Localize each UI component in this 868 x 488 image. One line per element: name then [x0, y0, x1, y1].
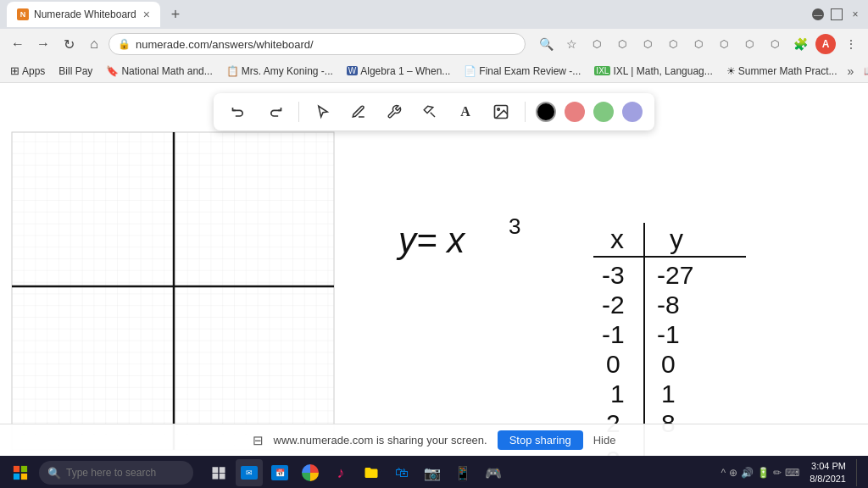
address-bar[interactable]: 🔒 numerade.com/answers/whiteboard/ [108, 33, 526, 55]
tools-button[interactable] [381, 98, 408, 125]
svg-rect-3 [12, 132, 334, 450]
star-icon[interactable]: ☆ [561, 34, 581, 54]
bookmark-algebra-icon: W [347, 66, 358, 75]
redo-button[interactable] [261, 98, 288, 125]
svg-rect-30 [213, 467, 219, 473]
bookmark-summer-math[interactable]: ☀ Summer Math Pract... [723, 64, 841, 79]
svg-rect-33 [220, 474, 225, 480]
taskbar-search-input[interactable] [66, 467, 185, 479]
toolbar-separator-1 [298, 102, 299, 122]
whiteboard-area[interactable]: A y= x 3 x y [0, 83, 868, 456]
clock-date: 8/8/2021 [810, 473, 846, 485]
forward-button[interactable]: → [32, 33, 54, 55]
active-tab[interactable]: N Numerade Whiteboard × [7, 2, 160, 27]
taskbar-mail-app[interactable]: ✉ [236, 459, 263, 486]
ext5-icon[interactable]: ⬡ [688, 34, 709, 54]
svg-rect-31 [220, 467, 225, 473]
taskbar-chrome-app[interactable] [297, 459, 324, 486]
svg-text:-27: -27 [657, 261, 693, 289]
eraser-tool-button[interactable] [416, 98, 443, 125]
notification-bar[interactable] [856, 459, 861, 486]
back-button[interactable]: ← [7, 33, 29, 55]
color-red[interactable] [565, 102, 585, 122]
taskbar-calendar-app[interactable]: 📅 [266, 459, 293, 486]
tray-sound[interactable]: 🔊 [741, 467, 754, 479]
bookmark-apps[interactable]: ⊞ Apps [7, 63, 48, 79]
close-window-button[interactable]: × [849, 8, 861, 20]
pen-tool-button[interactable] [345, 98, 372, 125]
tab-close-button[interactable]: × [143, 8, 150, 21]
home-button[interactable]: ⌂ [83, 33, 105, 55]
reload-button[interactable]: ↻ [58, 33, 80, 55]
bookmark-national-math[interactable]: 🔖 National Math and... [103, 64, 215, 79]
search-icon[interactable]: 🔍 [536, 34, 556, 54]
ext7-icon[interactable]: ⬡ [739, 34, 760, 54]
extensions-button[interactable]: 🧩 [790, 34, 810, 54]
tray-battery[interactable]: 🔋 [757, 467, 770, 479]
clock-time: 3:04 PM [810, 460, 846, 473]
taskbar-app9[interactable]: 🎮 [480, 459, 507, 486]
svg-text:3: 3 [509, 214, 520, 239]
bookmark-mrs-amy[interactable]: 📋 Mrs. Amy Koning -... [223, 64, 337, 79]
svg-text:y= x: y= x [396, 220, 466, 260]
ext8-icon[interactable]: ⬡ [765, 34, 785, 54]
sharing-message: www.numerade.com is sharing your screen. [274, 434, 487, 446]
select-tool-button[interactable] [309, 98, 337, 125]
bookmark-mrs-amy-icon: 📋 [226, 65, 239, 77]
svg-text:-1: -1 [602, 320, 625, 348]
ext4-icon[interactable]: ⬡ [663, 34, 683, 54]
whiteboard-canvas[interactable]: y= x 3 x y -3 -27 -2 -8 -1 -1 0 0 1 1 2 … [0, 83, 868, 456]
tray-pen[interactable]: ✏ [773, 467, 782, 479]
color-black[interactable] [536, 102, 556, 122]
tab-favicon: N [17, 8, 29, 20]
svg-text:-2: -2 [602, 291, 625, 319]
reading-list-button[interactable]: 📖 Reading list [860, 64, 868, 79]
taskbar-app7[interactable]: 📷 [419, 459, 446, 486]
taskbar-search[interactable]: 🔍 [39, 461, 193, 485]
color-green[interactable] [593, 102, 614, 122]
svg-text:0: 0 [661, 350, 676, 378]
screen-sharing-bar: ⊟ www.numerade.com is sharing your scree… [0, 424, 868, 456]
svg-text:y: y [670, 224, 683, 254]
taskbar-app8[interactable]: 📱 [449, 459, 476, 486]
taskbar-music-app[interactable]: ♪ [327, 459, 354, 486]
svg-rect-26 [14, 466, 19, 472]
maximize-button[interactable] [831, 8, 843, 20]
tab-bar: N Numerade Whiteboard × + — × [0, 0, 868, 29]
tray-keyboard[interactable]: ⌨ [785, 467, 799, 479]
reading-list-icon: 📖 [864, 65, 868, 77]
taskbar-store-app[interactable]: 🛍 [388, 459, 415, 486]
ext1-icon[interactable]: ⬡ [587, 34, 607, 54]
svg-rect-32 [213, 474, 219, 480]
minimize-button[interactable]: — [812, 8, 824, 20]
hide-button[interactable]: Hide [593, 434, 616, 446]
menu-button[interactable]: ⋮ [841, 34, 861, 54]
svg-rect-28 [14, 474, 19, 480]
ext6-icon[interactable]: ⬡ [714, 34, 734, 54]
more-bookmarks-button[interactable]: » [848, 64, 854, 78]
text-tool-button[interactable]: A [452, 98, 479, 125]
new-tab-button[interactable]: + [164, 3, 187, 26]
bookmark-billpay[interactable]: Bill Pay [55, 64, 96, 79]
bookmark-final-exam[interactable]: 📄 Final Exam Review -... [460, 64, 584, 79]
start-button[interactable] [7, 459, 34, 486]
color-purple[interactable] [622, 102, 643, 122]
taskbar-task-view[interactable] [205, 459, 232, 486]
taskbar-files-app[interactable] [358, 459, 385, 486]
svg-text:-1: -1 [657, 320, 680, 348]
ext3-icon[interactable]: ⬡ [637, 34, 658, 54]
profile-button[interactable]: A [815, 34, 836, 54]
bookmark-algebra[interactable]: W Algebra 1 – When... [343, 64, 454, 79]
image-tool-button[interactable] [487, 98, 515, 125]
bookmark-final-exam-icon: 📄 [464, 65, 476, 77]
system-clock[interactable]: 3:04 PM 8/8/2021 [804, 460, 851, 486]
tray-network[interactable]: ⊕ [729, 467, 737, 479]
bookmark-ixl[interactable]: IXL IXL | Math, Languag... [591, 64, 715, 79]
tray-chevron[interactable]: ^ [721, 467, 726, 479]
browser-controls: ← → ↻ ⌂ 🔒 numerade.com/answers/whiteboar… [0, 29, 868, 59]
taskbar-search-icon: 🔍 [47, 467, 61, 480]
bookmark-national-math-icon: 🔖 [106, 65, 119, 77]
stop-sharing-button[interactable]: Stop sharing [498, 430, 583, 450]
undo-button[interactable] [225, 98, 253, 125]
ext2-icon[interactable]: ⬡ [612, 34, 632, 54]
